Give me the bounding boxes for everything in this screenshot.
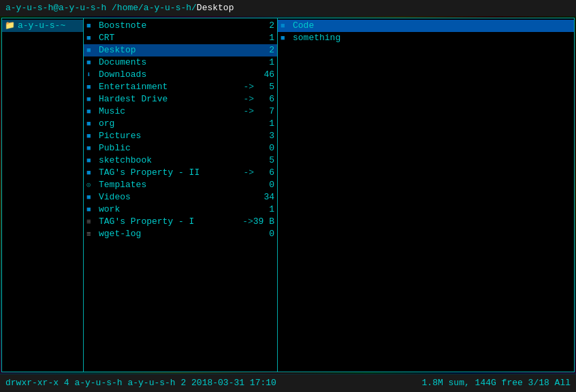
file-icon: ■ [86, 81, 96, 93]
file-icon: ■ [86, 105, 96, 118]
count: 1 [254, 32, 274, 44]
file-icon: ■ [86, 32, 96, 44]
middle-panel-item[interactable]: ■ Hardest Drive -> 6 [84, 93, 277, 105]
file-icon: ■ [86, 142, 96, 154]
count: 6 [254, 167, 274, 179]
middle-panel-item[interactable]: ■ Pictures 3 [84, 130, 277, 142]
title-bar: a-y-u-s-h@a-y-u-s-h /home/a-y-u-s-h/Desk… [0, 0, 576, 16]
file-name: Templates [99, 179, 254, 191]
file-name: Music [99, 105, 243, 118]
left-panel: 📁 a-y-u-s-~ [2, 18, 84, 372]
arrow: -> [242, 216, 253, 228]
status-left: drwxr-xr-x 4 a-y-u-s-h a-y-u-s-h 2 2018-… [5, 376, 276, 391]
count: 0 [254, 142, 274, 154]
file-icon: ■ [86, 44, 96, 56]
status-right: 1.8M sum, 144G free 3/18 All [422, 376, 571, 391]
right-panel-item[interactable]: ■ something [278, 32, 574, 44]
folder-icon: ■ [281, 32, 290, 44]
file-manager-panels: 📁 a-y-u-s-~ ■ Boostnote 2 ■ CRT 1 ■ Desk… [1, 18, 575, 372]
file-icon: ■ [86, 191, 96, 203]
file-name: TAG's Property - II [99, 167, 243, 179]
file-icon: ⊙ [86, 179, 96, 191]
file-icon: ■ [86, 56, 96, 69]
file-icon: ■ [86, 203, 96, 216]
count: 1 [254, 118, 274, 130]
count: 1 [254, 56, 274, 69]
middle-panel-item[interactable]: ■ Documents 1 [84, 56, 277, 69]
file-name: org [99, 118, 254, 130]
right-panel: ■ Code ■ something [278, 18, 574, 372]
file-name: sketchbook [99, 154, 254, 167]
arrow: -> [243, 93, 254, 105]
count: 34 [254, 191, 274, 203]
file-name: Entertainment [99, 81, 243, 93]
count: 2 [254, 20, 274, 32]
file-icon: ■ [86, 118, 96, 130]
right-panel-item[interactable]: ■ Code [278, 20, 574, 32]
middle-panel-item[interactable]: ■ org 1 [84, 118, 277, 130]
path-home: /home/a-y-u-s-h/ [106, 3, 197, 13]
file-icon: ■ [86, 167, 96, 179]
user-host: a-y-u-s-h@a-y-u-s-h [5, 3, 106, 13]
middle-panel-item[interactable]: ■ CRT 1 [84, 32, 277, 44]
middle-panel-item[interactable]: ≡ TAG's Property - I -> 39 B [84, 216, 277, 228]
file-name: something [293, 32, 571, 44]
file-name: Hardest Drive [99, 93, 243, 105]
middle-panel-item[interactable]: ■ TAG's Property - II -> 6 [84, 167, 277, 179]
file-icon: ■ [86, 154, 96, 167]
folder-icon: ■ [281, 20, 290, 32]
middle-panel-item[interactable]: ⊙ Templates 0 [84, 179, 277, 191]
count: 46 [254, 69, 274, 81]
arrow: -> [243, 167, 254, 179]
file-name: Public [99, 142, 254, 154]
count: 5 [254, 81, 274, 93]
file-icon: ⬇ [86, 69, 96, 81]
arrow: -> [243, 81, 254, 93]
file-icon: ■ [86, 20, 96, 32]
count: 39 B [253, 216, 274, 228]
file-name: Videos [99, 191, 254, 203]
file-icon: ≡ [86, 228, 96, 240]
middle-panel-item[interactable]: ■ work 1 [84, 203, 277, 216]
file-name: work [99, 203, 254, 216]
file-name: Documents [99, 56, 254, 69]
file-icon: ≡ [86, 216, 96, 228]
count: 3 [254, 130, 274, 142]
middle-panel-item[interactable]: ■ Public 0 [84, 142, 277, 154]
file-name: Pictures [99, 130, 254, 142]
folder-icon: 📁 [5, 20, 15, 32]
count: 0 [254, 228, 274, 240]
middle-panel-item[interactable]: ■ Entertainment -> 5 [84, 81, 277, 93]
middle-panel-item[interactable]: ■ Boostnote 2 [84, 20, 277, 32]
middle-panel-item[interactable]: ⬇ Downloads 46 [84, 69, 277, 81]
file-name: Boostnote [99, 20, 254, 32]
count: 2 [254, 44, 274, 56]
path-current: Desktop [197, 3, 234, 13]
left-panel-item[interactable]: 📁 a-y-u-s-~ [2, 20, 83, 32]
middle-panel-item[interactable]: ■ sketchbook 5 [84, 154, 277, 167]
count: 0 [254, 179, 274, 191]
left-panel-label: a-y-u-s-~ [18, 20, 65, 32]
middle-panel-item[interactable]: ■ Music -> 7 [84, 105, 277, 118]
middle-panel-item[interactable]: ≡ wget-log 0 [84, 228, 277, 240]
file-icon: ■ [86, 93, 96, 105]
arrow: -> [243, 105, 254, 118]
status-bar: drwxr-xr-x 4 a-y-u-s-h a-y-u-s-h 2 2018-… [0, 374, 576, 392]
middle-panel-item[interactable]: ■ Videos 34 [84, 191, 277, 203]
middle-panel-item[interactable]: ■ Desktop 2 [84, 44, 277, 56]
count: 6 [254, 93, 274, 105]
file-name: CRT [99, 32, 254, 44]
file-name: Downloads [99, 69, 254, 81]
count: 5 [254, 154, 274, 167]
middle-panel: ■ Boostnote 2 ■ CRT 1 ■ Desktop 2 ■ Docu… [84, 18, 278, 372]
count: 1 [254, 203, 274, 216]
file-name: Code [293, 20, 571, 32]
file-icon: ■ [86, 130, 96, 142]
file-name: wget-log [99, 228, 254, 240]
file-name: Desktop [99, 44, 254, 56]
file-name: TAG's Property - I [99, 216, 242, 228]
terminal-window: a-y-u-s-h@a-y-u-s-h /home/a-y-u-s-h/Desk… [0, 0, 576, 392]
count: 7 [254, 105, 274, 118]
